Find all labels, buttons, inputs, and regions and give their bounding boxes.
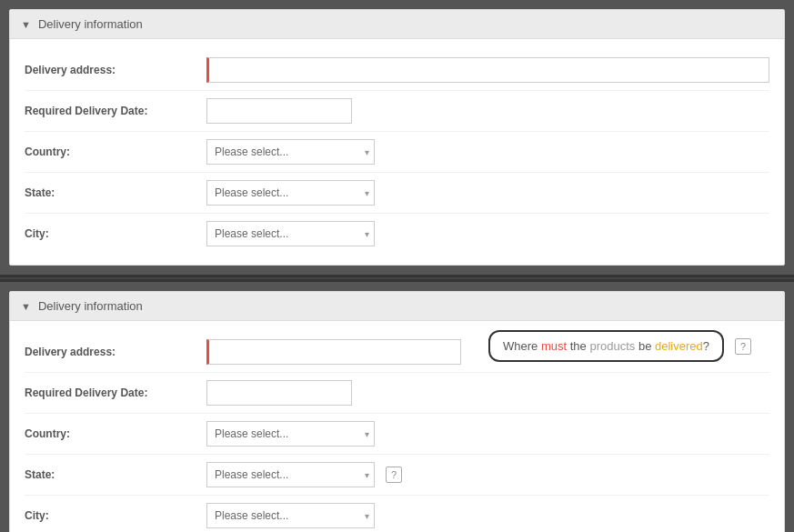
country-label-2: Country: <box>25 427 206 440</box>
panel-1: ▼ Delivery information Delivery address:… <box>9 9 785 266</box>
state-row-1: State: Please select... ▾ <box>25 173 769 214</box>
panel-1-title: Delivery information <box>38 17 143 31</box>
delivery-address-input-2[interactable] <box>206 339 461 365</box>
required-date-label-1: Required Delivery Date: <box>25 105 206 117</box>
delivery-address-row-2: Delivery address: Where must the product… <box>25 332 769 373</box>
chevron-icon-1[interactable]: ▼ <box>21 19 31 30</box>
required-date-control-1 <box>206 98 769 124</box>
delivery-address-control-1 <box>206 57 769 83</box>
required-date-input-1[interactable] <box>206 98 352 124</box>
city-label-1: City: <box>25 227 206 240</box>
tooltip-where: Where <box>503 339 541 353</box>
panel-2-body: Delivery address: Where must the product… <box>10 321 784 532</box>
country-control-1: Please select... ▾ <box>206 139 769 165</box>
tooltip-products: products <box>589 339 635 353</box>
state-select-wrapper-1: Please select... ▾ <box>206 180 375 206</box>
country-row-2: Country: Please select... ▾ <box>25 414 769 455</box>
city-select-2[interactable]: Please select... <box>206 503 375 528</box>
required-date-row-1: Required Delivery Date: <box>25 91 769 132</box>
tooltip-delivered: delivered <box>655 339 703 353</box>
country-select-wrapper-1: Please select... ▾ <box>206 139 375 165</box>
delivery-address-label-1: Delivery address: <box>25 64 206 76</box>
state-control-1: Please select... ▾ <box>206 180 769 206</box>
country-select-1[interactable]: Please select... <box>206 139 375 165</box>
city-label-2: City: <box>25 509 206 522</box>
city-row-2: City: Please select... ▾ <box>25 496 769 532</box>
delivery-address-input-1[interactable] <box>206 57 769 83</box>
delivery-address-row-1: Delivery address: <box>25 50 769 91</box>
section-divider <box>0 275 794 282</box>
state-select-1[interactable]: Please select... <box>206 180 375 206</box>
panel-2: ▼ Delivery information Delivery address:… <box>9 291 785 532</box>
panel-2-header: ▼ Delivery information <box>10 292 784 321</box>
tooltip-bubble: Where must the products be delivered? <box>488 330 724 362</box>
required-date-input-2[interactable] <box>206 380 352 406</box>
country-select-2[interactable]: Please select... <box>206 421 375 447</box>
state-select-wrapper-2: Please select... ▾ <box>206 462 375 487</box>
state-row-2: State: Please select... ▾ ? <box>25 455 769 496</box>
tooltip-container: Where must the products be delivered? ? <box>479 330 751 362</box>
state-select-2[interactable]: Please select... <box>206 462 375 487</box>
panel-1-header: ▼ Delivery information <box>10 10 784 39</box>
tooltip-the: the <box>567 339 589 353</box>
country-row-1: Country: Please select... ▾ <box>25 132 769 173</box>
state-label-2: State: <box>25 468 206 481</box>
state-control-2: Please select... ▾ ? <box>206 462 769 487</box>
city-control-1: Please select... ▾ <box>206 221 769 246</box>
country-label-1: Country: <box>25 146 206 158</box>
country-select-wrapper-2: Please select... ▾ <box>206 421 375 447</box>
required-date-label-2: Required Delivery Date: <box>25 386 206 399</box>
delivery-address-label-2: Delivery address: <box>25 346 206 358</box>
city-row-1: City: Please select... ▾ <box>25 214 769 254</box>
city-select-1[interactable]: Please select... <box>206 221 375 246</box>
panel-2-title: Delivery information <box>38 299 143 313</box>
required-date-control-2 <box>206 380 769 406</box>
city-select-wrapper-2: Please select... ▾ <box>206 503 375 528</box>
required-date-row-2: Required Delivery Date: <box>25 373 769 414</box>
state-label-1: State: <box>25 186 206 199</box>
tooltip-be: be <box>635 339 655 353</box>
panel-1-body: Delivery address: Required Delivery Date… <box>10 39 784 265</box>
city-select-wrapper-1: Please select... ▾ <box>206 221 375 246</box>
city-control-2: Please select... ▾ <box>206 503 769 528</box>
chevron-icon-2[interactable]: ▼ <box>21 301 31 312</box>
country-control-2: Please select... ▾ <box>206 421 769 447</box>
tooltip-must: must <box>541 339 567 353</box>
tooltip-question: ? <box>703 339 709 353</box>
tooltip-help-icon[interactable]: ? <box>735 338 751 355</box>
state-help-icon[interactable]: ? <box>386 467 402 483</box>
